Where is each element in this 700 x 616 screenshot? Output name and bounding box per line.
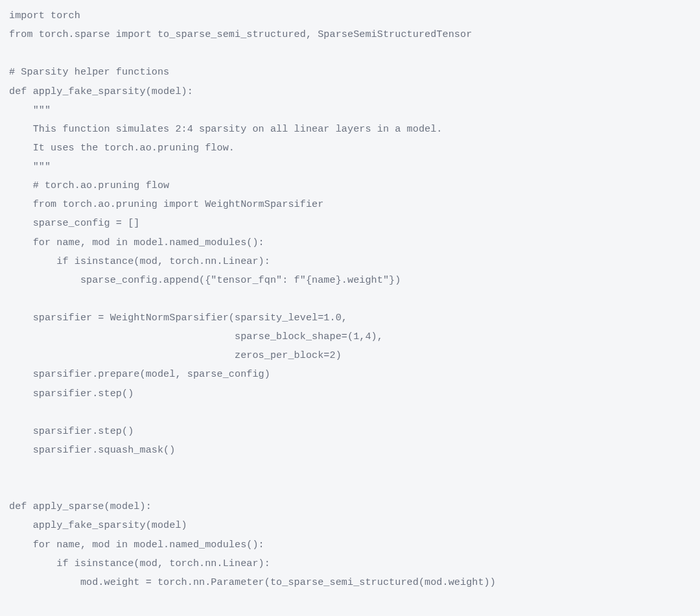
code-block: import torch from torch.sparse import to… bbox=[0, 0, 700, 598]
code-text: import torch from torch.sparse import to… bbox=[9, 10, 496, 588]
